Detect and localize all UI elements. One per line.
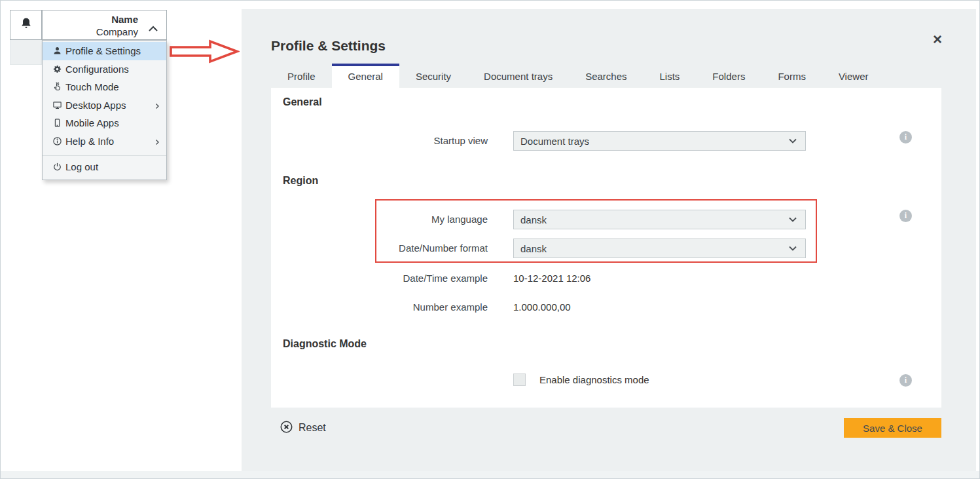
menu-item-mobile-apps[interactable]: Mobile Apps bbox=[43, 114, 166, 132]
chevron-right-icon bbox=[153, 101, 161, 113]
tab-content-general: General Startup view Document trays i Re… bbox=[271, 88, 941, 408]
user-identity: Name Company bbox=[96, 13, 138, 38]
datetime-example-value: 10-12-2021 12:06 bbox=[513, 269, 590, 288]
red-arrow-icon bbox=[169, 39, 240, 64]
date-number-format-select[interactable]: dansk bbox=[513, 239, 806, 258]
chevron-down-icon bbox=[788, 214, 797, 225]
section-heading-diagnostic: Diagnostic Mode bbox=[283, 338, 367, 350]
section-heading-general: General bbox=[283, 96, 322, 108]
date-number-format-value: dansk bbox=[520, 243, 788, 254]
chevron-up-icon bbox=[148, 24, 158, 35]
my-language-value: dansk bbox=[520, 214, 788, 225]
power-icon bbox=[52, 161, 62, 172]
reset-button[interactable]: Reset bbox=[280, 420, 326, 436]
mobile-icon bbox=[52, 118, 62, 128]
info-icon[interactable]: i bbox=[899, 131, 912, 144]
person-icon bbox=[52, 46, 62, 56]
startup-view-select[interactable]: Document trays bbox=[513, 131, 806, 151]
bottom-strip bbox=[1, 471, 979, 478]
tab-profile[interactable]: Profile bbox=[271, 64, 332, 88]
menu-item-label: Touch Mode bbox=[65, 81, 119, 92]
menu-item-label: Log out bbox=[65, 161, 98, 172]
menu-item-profile-settings[interactable]: Profile & Settings bbox=[43, 42, 166, 60]
dialog-title: Profile & Settings bbox=[271, 38, 386, 54]
startup-view-value: Document trays bbox=[520, 136, 788, 147]
bell-icon bbox=[19, 16, 33, 33]
menu-item-desktop-apps[interactable]: Desktop Apps bbox=[43, 96, 166, 115]
chevron-down-icon bbox=[788, 135, 797, 147]
save-close-button[interactable]: Save & Close bbox=[844, 418, 941, 438]
tab-forms[interactable]: Forms bbox=[761, 64, 822, 88]
menu-item-label: Mobile Apps bbox=[65, 117, 119, 128]
enable-diagnostics-label: Enable diagnostics mode bbox=[539, 374, 649, 387]
section-heading-region: Region bbox=[283, 175, 318, 187]
startup-view-label: Startup view bbox=[271, 131, 488, 151]
chevron-down-icon bbox=[788, 242, 797, 254]
info-icon[interactable]: i bbox=[899, 374, 912, 387]
help-icon bbox=[52, 136, 62, 146]
tab-document-trays[interactable]: Document trays bbox=[467, 64, 569, 88]
user-dropdown-menu: Profile & Settings Configurations Touch … bbox=[42, 40, 167, 180]
menu-item-label: Help & Info bbox=[65, 136, 114, 147]
tab-folders[interactable]: Folders bbox=[696, 64, 761, 88]
user-company: Company bbox=[96, 26, 138, 38]
tab-lists[interactable]: Lists bbox=[644, 64, 697, 88]
menu-item-configurations[interactable]: Configurations bbox=[43, 60, 166, 79]
menu-separator bbox=[43, 155, 166, 156]
circled-x-icon bbox=[280, 420, 293, 436]
tab-viewer[interactable]: Viewer bbox=[822, 64, 885, 88]
reset-label: Reset bbox=[299, 422, 326, 434]
enable-diagnostics-checkbox[interactable] bbox=[513, 374, 526, 386]
menu-item-help-info[interactable]: Help & Info bbox=[43, 132, 166, 151]
touch-icon bbox=[52, 82, 62, 92]
user-name: Name bbox=[96, 13, 138, 26]
menu-item-label: Configurations bbox=[65, 64, 129, 75]
menu-item-log-out[interactable]: Log out bbox=[43, 157, 166, 176]
desktop-icon bbox=[52, 100, 62, 110]
app-viewport: Name Company Profile & Settings Configur… bbox=[0, 0, 980, 479]
my-language-label: My language bbox=[271, 210, 488, 229]
toolbar-empty-cell bbox=[10, 40, 42, 65]
number-example-label: Number example bbox=[271, 297, 488, 317]
tab-general[interactable]: General bbox=[332, 64, 399, 88]
menu-item-label: Desktop Apps bbox=[65, 100, 126, 111]
dialog-footer: Reset Save & Close bbox=[271, 408, 941, 448]
date-number-format-label: Date/Number format bbox=[271, 239, 488, 258]
number-example-value: 1.000.000,00 bbox=[513, 297, 571, 317]
dialog-tabbar: Profile General Security Document trays … bbox=[271, 64, 941, 88]
tab-searches[interactable]: Searches bbox=[569, 64, 643, 88]
profile-settings-dialog: Profile & Settings × Profile General Sec… bbox=[242, 9, 976, 472]
chevron-right-icon bbox=[153, 137, 161, 149]
menu-item-touch-mode[interactable]: Touch Mode bbox=[43, 78, 166, 96]
gear-icon bbox=[52, 64, 62, 74]
my-language-select[interactable]: dansk bbox=[513, 210, 806, 229]
close-icon[interactable]: × bbox=[933, 31, 942, 47]
datetime-example-label: Date/Time example bbox=[271, 269, 488, 288]
user-menu-header[interactable]: Name Company bbox=[42, 10, 167, 40]
tab-security[interactable]: Security bbox=[399, 64, 467, 88]
info-icon[interactable]: i bbox=[899, 210, 912, 222]
notifications-button[interactable] bbox=[10, 10, 42, 40]
menu-item-label: Profile & Settings bbox=[65, 45, 141, 56]
